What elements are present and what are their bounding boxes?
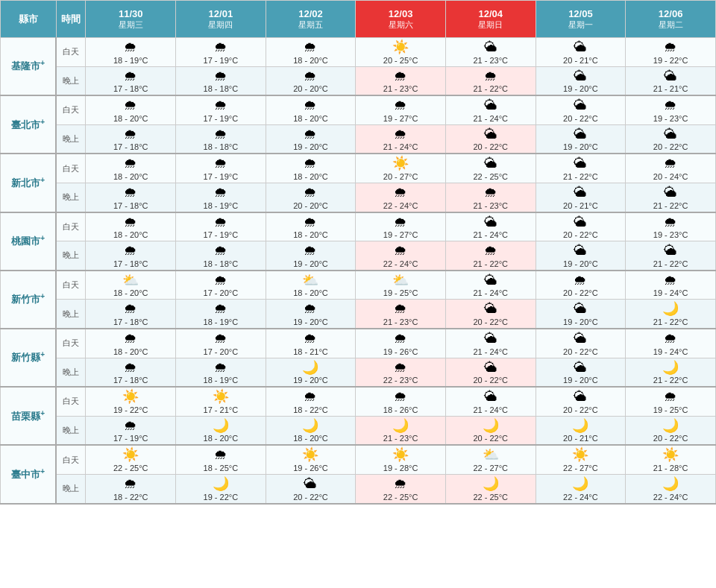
day-weather-2-5: 🌥21 - 22°C xyxy=(536,154,626,183)
city-name-4[interactable]: 新竹市+ xyxy=(1,271,57,329)
night-weather-0-1: 🌧18 - 18°C xyxy=(176,66,266,95)
city-name-1[interactable]: 臺北市+ xyxy=(1,95,57,154)
day-weather-7-1: 🌧18 - 25°C xyxy=(176,445,266,474)
day-weather-3-5: 🌥20 - 22°C xyxy=(536,212,626,241)
day-weather-6-2: 🌧18 - 22°C xyxy=(266,387,356,416)
night-row-0: 晚上🌧17 - 18°C🌧18 - 18°C🌧20 - 20°C🌧21 - 23… xyxy=(1,66,716,95)
header-cell-3: 12/01星期四 xyxy=(176,1,266,38)
city-name-5[interactable]: 新竹縣+ xyxy=(1,329,57,387)
day-weather-1-4: 🌥21 - 24°C xyxy=(445,95,536,124)
day-weather-4-4: 🌥21 - 24°C xyxy=(445,271,536,300)
time-label-night-7: 晚上 xyxy=(56,474,86,503)
day-weather-4-0: ⛅18 - 20°C xyxy=(86,271,176,300)
day-weather-5-4: 🌥21 - 24°C xyxy=(445,329,536,358)
time-label-day-2: 白天 xyxy=(56,154,86,183)
night-weather-4-6: 🌙21 - 22°C xyxy=(626,300,716,329)
day-weather-3-3: 🌧19 - 27°C xyxy=(356,212,446,241)
night-weather-5-4: 🌥20 - 22°C xyxy=(445,358,536,387)
day-row-0: 基隆市+白天🌧18 - 19°C🌧17 - 19°C🌧18 - 20°C☀️20… xyxy=(1,38,716,67)
day-row-7: 臺中市+白天☀️22 - 25°C🌧18 - 25°C☀️19 - 26°C☀️… xyxy=(1,445,716,474)
night-weather-4-2: 🌧19 - 20°C xyxy=(266,300,356,329)
header-cell-2: 11/30星期三 xyxy=(86,1,176,38)
day-weather-5-3: 🌧19 - 26°C xyxy=(356,329,446,358)
day-row-6: 苗栗縣+白天☀️19 - 22°C☀️17 - 21°C🌧18 - 22°C🌧1… xyxy=(1,387,716,416)
day-weather-0-6: 🌧19 - 22°C xyxy=(626,38,716,67)
night-weather-0-3: 🌧21 - 23°C xyxy=(356,66,446,95)
night-weather-3-0: 🌧17 - 18°C xyxy=(86,241,176,271)
time-label-night-2: 晚上 xyxy=(56,183,86,212)
night-weather-0-5: 🌥19 - 20°C xyxy=(536,66,626,95)
day-weather-2-1: 🌧17 - 19°C xyxy=(176,154,266,183)
time-label-day-0: 白天 xyxy=(56,38,86,67)
night-weather-2-0: 🌧17 - 18°C xyxy=(86,183,176,212)
day-weather-5-5: 🌥20 - 22°C xyxy=(536,329,626,358)
night-weather-3-5: 🌥19 - 20°C xyxy=(536,241,626,271)
time-label-night-5: 晚上 xyxy=(56,358,86,387)
city-name-7[interactable]: 臺中市+ xyxy=(1,445,57,503)
day-weather-0-2: 🌧18 - 20°C xyxy=(266,38,356,67)
night-weather-3-1: 🌧18 - 18°C xyxy=(176,241,266,271)
night-weather-2-3: 🌧22 - 24°C xyxy=(356,183,446,212)
day-weather-3-0: 🌧18 - 20°C xyxy=(86,212,176,241)
night-weather-3-3: 🌧22 - 24°C xyxy=(356,241,446,271)
header-cell-5: 12/03星期六 xyxy=(356,1,446,38)
time-label-day-5: 白天 xyxy=(56,329,86,358)
day-weather-6-6: 🌧19 - 25°C xyxy=(626,387,716,416)
day-row-1: 臺北市+白天🌧18 - 20°C🌧17 - 19°C🌧18 - 20°C🌧19 … xyxy=(1,95,716,124)
night-weather-3-6: 🌥21 - 22°C xyxy=(626,241,716,271)
day-weather-1-3: 🌧19 - 27°C xyxy=(356,95,446,124)
day-weather-1-5: 🌥20 - 22°C xyxy=(536,95,626,124)
night-weather-0-0: 🌧17 - 18°C xyxy=(86,66,176,95)
day-weather-7-2: ☀️19 - 26°C xyxy=(266,445,356,474)
city-name-6[interactable]: 苗栗縣+ xyxy=(1,387,57,445)
header-cell-8: 12/06星期二 xyxy=(626,1,716,38)
day-weather-1-6: 🌧19 - 23°C xyxy=(626,95,716,124)
header-row: 縣市時間11/30星期三12/01星期四12/02星期五12/03星期六12/0… xyxy=(1,1,716,38)
night-weather-6-3: 🌙21 - 23°C xyxy=(356,416,446,445)
time-label-night-0: 晚上 xyxy=(56,66,86,95)
day-weather-0-5: 🌥20 - 21°C xyxy=(536,38,626,67)
day-weather-6-3: 🌧18 - 26°C xyxy=(356,387,446,416)
day-weather-6-5: 🌥20 - 22°C xyxy=(536,387,626,416)
night-weather-7-2: 🌥20 - 22°C xyxy=(266,474,356,503)
city-name-0[interactable]: 基隆市+ xyxy=(1,38,57,96)
night-weather-1-6: 🌥20 - 22°C xyxy=(626,124,716,154)
day-weather-3-1: 🌧17 - 19°C xyxy=(176,212,266,241)
day-weather-7-3: ☀️19 - 28°C xyxy=(356,445,446,474)
time-label-day-7: 白天 xyxy=(56,445,86,474)
night-weather-5-0: 🌧17 - 18°C xyxy=(86,358,176,387)
night-weather-3-2: 🌧19 - 20°C xyxy=(266,241,356,271)
night-weather-4-1: 🌧18 - 19°C xyxy=(176,300,266,329)
time-label-day-1: 白天 xyxy=(56,95,86,124)
day-weather-2-6: 🌧20 - 24°C xyxy=(626,154,716,183)
header-cell-4: 12/02星期五 xyxy=(266,1,356,38)
header-cell-6: 12/04星期日 xyxy=(445,1,536,38)
day-weather-0-0: 🌧18 - 19°C xyxy=(86,38,176,67)
time-label-night-3: 晚上 xyxy=(56,241,86,271)
night-weather-1-5: 🌥19 - 20°C xyxy=(536,124,626,154)
night-weather-2-6: 🌥21 - 22°C xyxy=(626,183,716,212)
night-weather-7-0: 🌧18 - 22°C xyxy=(86,474,176,503)
day-weather-4-3: ⛅19 - 25°C xyxy=(356,271,446,300)
night-row-7: 晚上🌧18 - 22°C🌙19 - 22°C🌥20 - 22°C🌧22 - 25… xyxy=(1,474,716,503)
city-name-2[interactable]: 新北市+ xyxy=(1,154,57,212)
city-name-3[interactable]: 桃園市+ xyxy=(1,212,57,271)
night-weather-5-2: 🌙19 - 20°C xyxy=(266,358,356,387)
night-row-4: 晚上🌧17 - 18°C🌧18 - 19°C🌧19 - 20°C🌧21 - 23… xyxy=(1,300,716,329)
night-weather-5-3: 🌧22 - 23°C xyxy=(356,358,446,387)
night-weather-0-2: 🌧20 - 20°C xyxy=(266,66,356,95)
night-weather-4-5: 🌥19 - 20°C xyxy=(536,300,626,329)
night-weather-6-2: 🌙18 - 20°C xyxy=(266,416,356,445)
night-weather-7-1: 🌙19 - 22°C xyxy=(176,474,266,503)
day-weather-1-2: 🌧18 - 20°C xyxy=(266,95,356,124)
day-weather-7-4: ⛅22 - 27°C xyxy=(445,445,536,474)
night-weather-7-4: 🌙22 - 25°C xyxy=(445,474,536,503)
night-weather-7-3: 🌧22 - 25°C xyxy=(356,474,446,503)
night-weather-6-0: 🌧17 - 19°C xyxy=(86,416,176,445)
night-weather-1-1: 🌧18 - 18°C xyxy=(176,124,266,154)
night-weather-6-6: 🌙20 - 22°C xyxy=(626,416,716,445)
night-weather-6-1: 🌙18 - 20°C xyxy=(176,416,266,445)
day-weather-1-1: 🌧17 - 19°C xyxy=(176,95,266,124)
weather-table: 縣市時間11/30星期三12/01星期四12/02星期五12/03星期六12/0… xyxy=(0,0,716,505)
night-weather-2-2: 🌧20 - 20°C xyxy=(266,183,356,212)
